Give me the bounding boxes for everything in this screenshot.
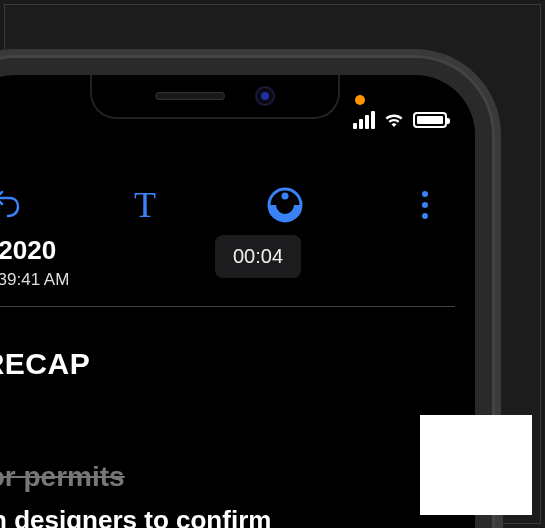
speaker-grille — [155, 92, 225, 100]
image-frame: T — [4, 4, 541, 524]
recording-timer[interactable]: 00:04 — [215, 235, 301, 278]
svg-point-2 — [422, 191, 428, 197]
divider — [0, 306, 455, 307]
undo-button[interactable] — [0, 180, 35, 230]
undo-icon — [0, 188, 22, 222]
front-camera — [255, 86, 275, 106]
timer-value: 00:04 — [233, 245, 283, 267]
cellular-signal-icon — [353, 111, 375, 129]
note-content[interactable]: 22, 2020 at 09:39:41 AM T RECAP y for pe… — [0, 235, 455, 528]
notch — [90, 75, 340, 119]
text-tool-button[interactable]: T — [115, 180, 175, 230]
audio-record-button[interactable] — [255, 180, 315, 230]
editor-toolbar: T — [0, 175, 475, 235]
partial-item: with designers to confirm — [0, 505, 455, 528]
svg-point-3 — [422, 202, 428, 208]
audio-record-icon — [266, 186, 304, 224]
struck-item: y for permits — [0, 461, 455, 493]
note-title: T RECAP — [0, 347, 455, 381]
text-tool-icon: T — [134, 184, 156, 226]
overlay-box — [420, 415, 532, 515]
svg-point-1 — [282, 193, 289, 200]
wifi-icon — [383, 112, 405, 128]
more-button[interactable] — [395, 180, 455, 230]
svg-point-4 — [422, 213, 428, 219]
battery-icon — [413, 112, 447, 128]
status-bar — [353, 111, 447, 129]
phone-screen: T — [0, 75, 475, 528]
more-vertical-icon — [421, 190, 429, 220]
privacy-indicator-dot — [355, 95, 365, 105]
